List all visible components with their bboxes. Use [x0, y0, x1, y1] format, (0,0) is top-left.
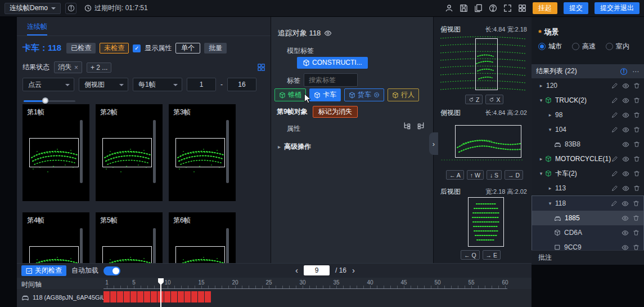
trash-icon[interactable] [633, 112, 640, 118]
annotation-area[interactable] [532, 265, 644, 307]
edit-icon[interactable] [611, 170, 618, 177]
rotate-z-button[interactable]: Z [465, 95, 483, 104]
eye-icon[interactable] [622, 200, 629, 207]
eye-icon[interactable] [622, 82, 629, 90]
collapse-all-icon[interactable] [403, 122, 411, 130]
submit-button[interactable]: 提交 [564, 2, 588, 14]
edit-icon[interactable] [611, 82, 618, 89]
tree-row-120[interactable]: ▸ 120 [532, 78, 644, 93]
chevron-down-icon[interactable]: ▾ [537, 97, 545, 103]
auto-load-toggle[interactable] [103, 266, 120, 275]
move-up-button[interactable]: ↑ W [467, 170, 484, 180]
move-down-button[interactable]: ↓ S [487, 170, 502, 180]
task-title-dropdown[interactable]: 连续帧Demo [4, 3, 61, 14]
help-icon[interactable] [489, 4, 497, 12]
chevron-right-icon[interactable]: ▸ [537, 83, 545, 88]
tag-cone[interactable]: 锥桶 [274, 88, 306, 101]
status-filter-icon[interactable] [257, 63, 265, 72]
tree-row-118[interactable]: ▾ 118 [532, 196, 643, 211]
eye-icon[interactable] [622, 112, 629, 119]
scene-option-indoor[interactable]: 室内 [606, 42, 629, 51]
status-tag-missing[interactable]: 消失 × [54, 61, 82, 73]
range-to-input[interactable] [227, 78, 256, 91]
expand-all-icon[interactable] [417, 122, 425, 130]
chevron-right-icon[interactable]: ▸ [537, 156, 545, 162]
chevron-right-icon[interactable]: ▸ [546, 112, 554, 118]
frame-scrollbar[interactable] [153, 228, 156, 263]
fullscreen-icon[interactable] [503, 4, 512, 12]
advanced-operations-toggle[interactable]: ▸ 高级操作 [278, 142, 311, 152]
trash-icon[interactable] [633, 97, 640, 104]
tree-row-98[interactable]: ▸ 98 [532, 108, 644, 122]
batch-mode-button[interactable]: 批量 [204, 43, 227, 54]
label-search-input[interactable] [304, 73, 358, 87]
tab-continuous-frames[interactable]: 连续帧 [27, 23, 47, 35]
edit-icon[interactable] [611, 126, 618, 133]
zoom-slider[interactable] [24, 97, 75, 104]
trash-icon[interactable] [633, 126, 640, 133]
tree-row-113[interactable]: ▸ 113 [532, 181, 644, 195]
track-row[interactable]: 118 (AG88pJN_6AP45GiU) [17, 291, 532, 304]
eye-icon[interactable] [622, 185, 629, 192]
trash-icon[interactable] [633, 141, 640, 148]
tree-row-104[interactable]: ▾ 104 [532, 122, 644, 137]
remove-status-icon[interactable]: × [74, 64, 78, 72]
trash-icon[interactable] [633, 155, 640, 162]
scene-option-city[interactable]: 城市 [538, 42, 562, 51]
suspend-button[interactable]: 挂起 [533, 2, 557, 14]
trash-icon[interactable] [633, 244, 640, 251]
frame-cell[interactable]: 第2帧 [96, 104, 163, 201]
next-frame-icon[interactable]: › [352, 265, 355, 275]
trash-icon[interactable] [633, 185, 640, 192]
info-icon[interactable] [620, 68, 628, 75]
tag-pedestrian[interactable]: 行人 [388, 88, 419, 101]
radio-selected-icon[interactable] [538, 43, 546, 50]
tag-truck[interactable]: 卡车 [309, 88, 341, 101]
edit-icon[interactable] [611, 112, 618, 118]
trash-icon[interactable] [633, 170, 640, 177]
more-icon[interactable]: ⋯ [632, 68, 640, 75]
range-from-input[interactable] [187, 78, 216, 91]
eye-icon[interactable] [622, 229, 629, 237]
assistant-icon[interactable] [445, 4, 453, 12]
tree-row-CD6A[interactable]: CD6A [532, 225, 643, 240]
chevron-down-icon[interactable]: ▾ [537, 171, 545, 176]
timeline-ruler[interactable]: 时间轴 1 5 10 15 20 25 30 35 40 45 50 55 60 [17, 278, 532, 289]
frame-cell[interactable]: 第1帧 [22, 104, 89, 201]
eye-icon[interactable] [622, 170, 629, 177]
rotate-x-button[interactable]: X [485, 95, 503, 104]
frame-scrollbar[interactable] [153, 120, 156, 183]
submit-exit-button[interactable]: 提交并退出 [595, 2, 640, 14]
chevron-right-icon[interactable]: ▸ [546, 185, 554, 191]
visibility-eye-icon[interactable] [324, 29, 332, 37]
frame-blocks[interactable] [103, 291, 211, 302]
single-mode-button[interactable]: 单个 [175, 43, 200, 54]
collapse-views-tab[interactable]: › [429, 132, 438, 155]
eye-icon[interactable] [622, 126, 629, 134]
slider-knob[interactable] [42, 97, 48, 104]
tree-row-83B8[interactable]: 83B8 [532, 137, 644, 152]
trash-icon[interactable] [633, 229, 640, 236]
frame-step-select[interactable]: 每1帧 [133, 78, 182, 91]
rotate-q-button[interactable]: ← Q [461, 250, 480, 260]
eye-icon[interactable] [622, 141, 629, 148]
edit-icon[interactable] [611, 185, 618, 192]
tree-row-1885[interactable]: 1885 [532, 211, 643, 225]
frame-scrollbar[interactable] [80, 228, 83, 263]
radio-icon[interactable] [572, 43, 579, 50]
eye-icon[interactable] [622, 155, 629, 163]
edit-icon[interactable] [611, 97, 618, 104]
radio-icon[interactable] [606, 43, 613, 50]
show-attributes-checkbox[interactable]: ✓ [133, 45, 141, 52]
top-view-bounding-box[interactable] [475, 38, 498, 90]
view-type-select[interactable]: 侧视图 [79, 78, 128, 91]
tree-row-truck-group[interactable]: ▾ TRUCK(2) [532, 93, 644, 108]
checked-filter-button[interactable]: 已检查 [66, 43, 96, 54]
move-right-button[interactable]: → D [505, 170, 523, 180]
scene-option-highway[interactable]: 高速 [572, 42, 596, 51]
model-label-button[interactable]: CONSTRUCTI... [297, 57, 368, 69]
edit-icon[interactable] [611, 200, 618, 207]
frame-scrollbar[interactable] [80, 120, 83, 183]
rear-view-bounding-box[interactable] [468, 197, 504, 247]
save-icon[interactable] [460, 4, 468, 12]
